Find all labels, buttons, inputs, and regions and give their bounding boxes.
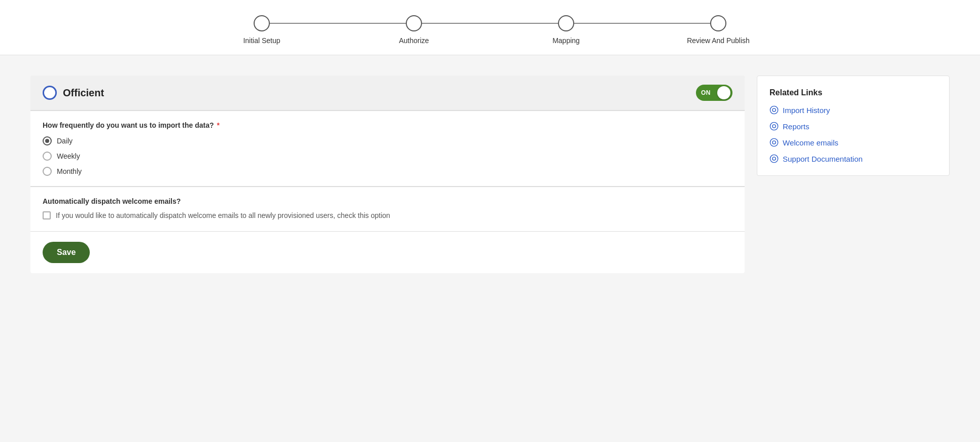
welcome-emails-section: Automatically dispatch welcome emails? I… — [30, 187, 745, 232]
step-initial-setup: Initial Setup — [186, 15, 338, 45]
frequency-question: How frequently do you want us to import … — [43, 121, 732, 129]
svg-point-2 — [770, 122, 778, 130]
svg-point-5 — [773, 141, 776, 144]
enable-toggle[interactable]: ON — [696, 85, 732, 101]
right-panel: Related Links Import History Reports — [757, 76, 950, 273]
link-import-history[interactable]: Import History — [769, 105, 937, 115]
required-star: * — [215, 121, 220, 129]
step-mapping: Mapping — [490, 15, 642, 45]
frequency-radio-group: Daily Weekly Monthly — [43, 136, 732, 176]
svg-point-7 — [773, 157, 776, 160]
link-label-reports: Reports — [783, 122, 810, 131]
link-icon-welcome-emails — [769, 138, 779, 147]
radio-label-monthly: Monthly — [57, 167, 82, 175]
frequency-section: How frequently do you want us to import … — [30, 110, 745, 187]
radio-circle-daily — [43, 136, 52, 145]
link-label-support-documentation: Support Documentation — [783, 155, 863, 163]
welcome-emails-title: Automatically dispatch welcome emails? — [43, 197, 732, 205]
radio-label-weekly: Weekly — [57, 152, 80, 160]
officient-logo-icon — [43, 86, 57, 100]
link-reports[interactable]: Reports — [769, 122, 937, 131]
radio-monthly[interactable]: Monthly — [43, 167, 732, 176]
save-button[interactable]: Save — [43, 242, 90, 263]
step-circle-4 — [710, 15, 726, 31]
step-label-3: Mapping — [552, 36, 580, 45]
related-links-list: Import History Reports Welcome emails — [769, 105, 937, 163]
toggle-label: ON — [701, 89, 711, 96]
svg-point-4 — [770, 138, 778, 146]
radio-circle-weekly — [43, 152, 52, 161]
link-label-welcome-emails: Welcome emails — [783, 138, 838, 147]
step-authorize: Authorize — [338, 15, 490, 45]
radio-circle-monthly — [43, 167, 52, 176]
step-label-1: Initial Setup — [243, 36, 280, 45]
checkbox-row: If you would like to automatically dispa… — [43, 210, 732, 221]
radio-daily[interactable]: Daily — [43, 136, 732, 145]
welcome-emails-desc: If you would like to automatically dispa… — [56, 210, 390, 221]
radio-label-daily: Daily — [57, 137, 73, 145]
step-circle-2 — [406, 15, 422, 31]
panel-title: Officient — [63, 87, 104, 99]
welcome-emails-checkbox[interactable] — [43, 211, 51, 219]
save-section: Save — [30, 232, 745, 273]
svg-point-3 — [773, 125, 776, 128]
panel-header: Officient ON — [30, 76, 745, 110]
toggle-wrapper[interactable]: ON — [696, 85, 732, 101]
step-label-4: Review And Publish — [687, 36, 750, 45]
left-panel: Officient ON How frequently do you want … — [30, 76, 745, 273]
main-layout: Officient ON How frequently do you want … — [0, 55, 980, 293]
stepper: Initial Setup Authorize Mapping — [186, 15, 794, 45]
stepper-section: Initial Setup Authorize Mapping — [0, 0, 980, 55]
svg-point-6 — [770, 155, 778, 162]
link-support-documentation[interactable]: Support Documentation — [769, 154, 937, 163]
step-circle-1 — [254, 15, 270, 31]
radio-inner-daily — [45, 139, 49, 143]
link-icon-support-documentation — [769, 154, 779, 163]
radio-weekly[interactable]: Weekly — [43, 152, 732, 161]
step-review-publish: Review And Publish — [642, 15, 794, 45]
link-label-import-history: Import History — [783, 106, 830, 115]
panel-header-left: Officient — [43, 86, 104, 100]
link-welcome-emails[interactable]: Welcome emails — [769, 138, 937, 147]
svg-point-1 — [773, 108, 776, 112]
step-circle-3 — [558, 15, 574, 31]
related-links-title: Related Links — [769, 88, 937, 97]
toggle-knob — [717, 86, 730, 99]
step-label-2: Authorize — [399, 36, 429, 45]
related-links-card: Related Links Import History Reports — [757, 76, 950, 176]
link-icon-reports — [769, 122, 779, 131]
link-icon-import-history — [769, 105, 779, 115]
svg-point-0 — [770, 106, 778, 114]
